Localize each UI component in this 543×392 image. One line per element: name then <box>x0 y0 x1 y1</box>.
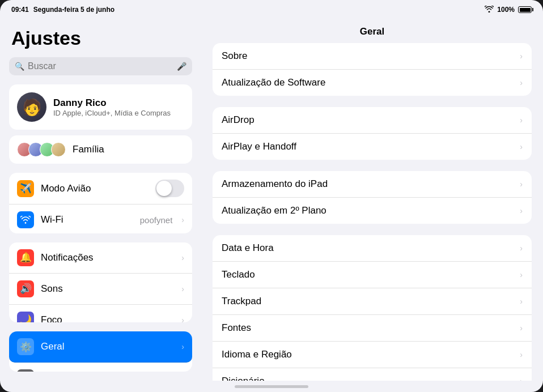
wifi-settings-icon <box>17 211 34 228</box>
airdrop-chevron: › <box>520 116 523 125</box>
idioma-regiao-chevron: › <box>520 350 523 359</box>
right-panel-title: Geral <box>201 18 543 43</box>
search-icon: 🔍 <box>15 62 24 71</box>
settings-group-system: ⚙️ Geral › 🎛 Central de Controle › <box>9 331 192 372</box>
right-item-idioma-regiao[interactable]: Idioma e Região › <box>213 342 532 368</box>
sons-chevron: › <box>181 284 184 293</box>
search-bar[interactable]: 🔍 🎤 <box>9 57 192 75</box>
sons-icon: 🔊 <box>17 280 34 297</box>
app-container: Ajustes 🔍 🎤 🧑 Danny Rico ID Apple, iClou… <box>0 18 543 381</box>
airplay-handoff-chevron: › <box>520 142 523 151</box>
right-group-storage: Armazenamento do iPad › Atualização em 2… <box>213 171 532 224</box>
data-hora-chevron: › <box>520 244 523 253</box>
notificacoes-chevron: › <box>181 253 184 262</box>
right-item-trackpad[interactable]: Trackpad › <box>213 288 532 315</box>
right-item-data-hora[interactable]: Data e Hora › <box>213 235 532 262</box>
mic-icon: 🎤 <box>177 62 186 71</box>
sobre-chevron: › <box>520 52 523 61</box>
profile-info: Danny Rico ID Apple, iCloud+, Mídia e Co… <box>53 97 171 117</box>
right-group-airdrop: AirDrop › AirPlay e Handoff › <box>213 107 532 160</box>
right-item-armazenamento[interactable]: Armazenamento do iPad › <box>213 171 532 198</box>
right-item-airdrop[interactable]: AirDrop › <box>213 107 532 134</box>
family-label: Família <box>73 144 104 155</box>
data-hora-label: Data e Hora <box>222 242 520 254</box>
sidebar-item-geral[interactable]: ⚙️ Geral › <box>9 331 192 363</box>
foco-icon: 🌙 <box>17 312 34 323</box>
status-bar-left: 09:41 Segunda-feira 5 de junho <box>11 6 114 14</box>
trackpad-chevron: › <box>520 297 523 306</box>
status-date: Segunda-feira 5 de junho <box>33 6 114 14</box>
atualizacao-plano-label: Atualização em 2º Plano <box>222 205 520 216</box>
right-item-teclado[interactable]: Teclado › <box>213 262 532 288</box>
dicionario-chevron: › <box>520 377 523 381</box>
central-controle-icon: 🎛 <box>17 369 34 372</box>
sidebar-item-central-controle[interactable]: 🎛 Central de Controle › <box>9 363 192 372</box>
settings-group-connectivity: ✈️ Modo Avião Wi-Fi poofynet › <box>9 173 192 233</box>
foco-label: Foco <box>41 314 172 323</box>
sidebar-item-foco[interactable]: 🌙 Foco › <box>9 305 192 323</box>
sons-label: Sons <box>41 283 172 295</box>
right-panel-content: Sobre › Atualização de Software › AirDro… <box>201 43 543 381</box>
home-indicator <box>0 381 543 392</box>
sidebar-item-sons[interactable]: 🔊 Sons › <box>9 274 192 305</box>
right-group-regional: Data e Hora › Teclado › Trackpad › Fonte… <box>213 235 532 381</box>
battery-percent: 100% <box>497 6 515 14</box>
geral-chevron: › <box>181 342 184 351</box>
geral-icon: ⚙️ <box>17 338 34 355</box>
avatar: 🧑 <box>17 92 46 122</box>
foco-chevron: › <box>181 316 184 323</box>
geral-label: Geral <box>41 341 172 352</box>
sobre-label: Sobre <box>222 50 520 62</box>
atualizacao-software-chevron: › <box>520 78 523 87</box>
fontes-chevron: › <box>520 323 523 333</box>
family-avatar-4 <box>51 142 66 157</box>
sidebar: Ajustes 🔍 🎤 🧑 Danny Rico ID Apple, iClou… <box>0 18 201 381</box>
right-item-atualizacao-software[interactable]: Atualização de Software › <box>213 70 532 96</box>
sidebar-item-modo-aviao[interactable]: ✈️ Modo Avião <box>9 173 192 204</box>
settings-group-notifications: 🔔 Notificações › 🔊 Sons › 🌙 Foco › ⏱ Tem… <box>9 242 192 323</box>
profile-subtitle: ID Apple, iCloud+, Mídia e Compras <box>53 109 171 117</box>
wifi-icon <box>485 6 494 14</box>
notificacoes-icon: 🔔 <box>17 249 34 266</box>
right-item-airplay-handoff[interactable]: AirPlay e Handoff › <box>213 134 532 160</box>
notificacoes-label: Notificações <box>41 252 172 263</box>
sidebar-title: Ajustes <box>9 27 192 49</box>
airplay-handoff-label: AirPlay e Handoff <box>222 141 520 152</box>
right-item-sobre[interactable]: Sobre › <box>213 43 532 70</box>
armazenamento-chevron: › <box>520 180 523 189</box>
right-panel: Geral Sobre › Atualização de Software › … <box>201 18 543 381</box>
teclado-label: Teclado <box>222 269 520 280</box>
fontes-label: Fontes <box>222 322 520 334</box>
right-item-atualizacao-plano[interactable]: Atualização em 2º Plano › <box>213 198 532 224</box>
modo-aviao-toggle[interactable] <box>155 180 184 197</box>
battery-indicator <box>518 6 532 13</box>
sidebar-item-notificacoes[interactable]: 🔔 Notificações › <box>9 242 192 274</box>
idioma-regiao-label: Idioma e Região <box>222 349 520 360</box>
family-row[interactable]: Família <box>9 135 192 164</box>
wifi-label: Wi-Fi <box>41 214 133 225</box>
sidebar-item-wi-fi[interactable]: Wi-Fi poofynet › <box>9 204 192 233</box>
modo-aviao-label: Modo Avião <box>41 183 149 194</box>
status-bar-right: 100% <box>485 6 532 14</box>
profile-card[interactable]: 🧑 Danny Rico ID Apple, iCloud+, Mídia e … <box>9 84 192 130</box>
atualizacao-plano-chevron: › <box>520 206 523 215</box>
right-item-dicionario[interactable]: Dicionário › <box>213 368 532 381</box>
teclado-chevron: › <box>520 270 523 279</box>
search-input[interactable] <box>28 61 173 71</box>
atualizacao-software-label: Atualização de Software <box>222 77 520 88</box>
airdrop-label: AirDrop <box>222 114 520 126</box>
status-bar: 09:41 Segunda-feira 5 de junho 100% <box>0 0 543 18</box>
armazenamento-label: Armazenamento do iPad <box>222 178 520 190</box>
home-bar <box>235 385 308 388</box>
profile-name: Danny Rico <box>53 97 171 109</box>
family-avatars <box>17 142 62 157</box>
wifi-chevron: › <box>181 215 184 224</box>
status-time: 09:41 <box>11 6 29 14</box>
modo-aviao-icon: ✈️ <box>17 180 34 197</box>
trackpad-label: Trackpad <box>222 296 520 307</box>
wifi-value: poofynet <box>140 215 173 225</box>
dicionario-label: Dicionário <box>222 376 520 381</box>
right-group-about: Sobre › Atualização de Software › <box>213 43 532 96</box>
right-item-fontes[interactable]: Fontes › <box>213 315 532 342</box>
